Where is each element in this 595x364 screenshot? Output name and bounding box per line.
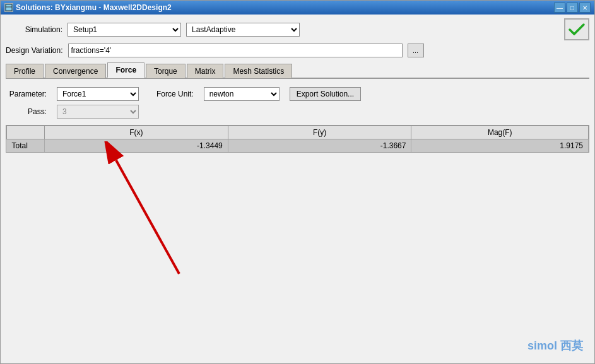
force-unit-select[interactable]: newton dyne lbf — [204, 87, 280, 101]
col-label — [7, 126, 45, 139]
simulation-label: Simulation: — [6, 25, 62, 34]
results-table: F(x) F(y) Mag(F) Total -1.3449 -1.3667 1… — [6, 126, 589, 152]
simulation-select[interactable]: Setup1 — [68, 23, 181, 37]
force-tab-content: Parameter: Force1 Force Unit: newton dyn… — [6, 82, 589, 360]
row-mag: 1.9175 — [411, 139, 589, 153]
row-fy: -1.3667 — [228, 139, 411, 153]
title-bar-buttons: — □ ✕ — [554, 3, 591, 13]
col-fy: F(y) — [228, 126, 411, 139]
tab-mesh-statistics[interactable]: Mesh Statistics — [225, 64, 292, 78]
design-variation-label: Design Variation: — [6, 46, 63, 55]
results-table-container: F(x) F(y) Mag(F) Total -1.3449 -1.3667 1… — [6, 125, 589, 153]
checkmark-button[interactable] — [564, 18, 589, 40]
table-header-row: F(x) F(y) Mag(F) — [7, 126, 589, 139]
svg-line-3 — [116, 160, 179, 274]
table-row: Total -1.3449 -1.3667 1.9175 — [7, 139, 589, 153]
adaptive-select[interactable]: LastAdaptive — [186, 23, 300, 37]
design-variation-input[interactable]: fractions='4' — [68, 44, 403, 57]
close-button[interactable]: ✕ — [579, 3, 591, 13]
col-magf: Mag(F) — [411, 126, 589, 139]
tab-force[interactable]: Force — [107, 62, 144, 78]
window-icon — [4, 3, 13, 12]
col-fx: F(x) — [45, 126, 228, 139]
red-arrow — [81, 141, 195, 280]
title-bar: Solutions: BYxiangmu - Maxwell2DDesign2 … — [1, 1, 594, 15]
parameter-select[interactable]: Force1 — [57, 87, 139, 101]
tab-torque[interactable]: Torque — [146, 64, 186, 78]
window-title: Solutions: BYxiangmu - Maxwell2DDesign2 — [16, 3, 172, 12]
ellipsis-button[interactable]: ... — [408, 44, 424, 57]
pass-label: Pass: — [6, 107, 47, 116]
pass-row: Pass: 3 — [6, 105, 589, 119]
simulation-row: Simulation: Setup1 LastAdaptive — [6, 18, 589, 40]
pass-select[interactable]: 3 — [57, 105, 139, 119]
main-content: Simulation: Setup1 LastAdaptive Design V… — [1, 15, 594, 363]
tab-profile[interactable]: Profile — [6, 64, 44, 78]
svg-rect-0 — [6, 4, 12, 11]
row-fx: -1.3449 — [45, 139, 228, 153]
tabs-container: Profile Convergence Force Torque Matrix … — [6, 62, 589, 79]
tab-convergence[interactable]: Convergence — [45, 64, 106, 78]
main-window: Solutions: BYxiangmu - Maxwell2DDesign2 … — [0, 0, 595, 364]
watermark: simol 西莫 — [527, 338, 583, 353]
export-solution-button[interactable]: Export Solution... — [290, 87, 361, 101]
maximize-button[interactable]: □ — [567, 3, 578, 13]
table-wrapper: F(x) F(y) Mag(F) Total -1.3449 -1.3667 1… — [6, 122, 589, 360]
parameter-label: Parameter: — [6, 90, 47, 98]
minimize-button[interactable]: — — [554, 3, 565, 13]
parameter-row: Parameter: Force1 Force Unit: newton dyn… — [6, 87, 589, 101]
title-bar-left: Solutions: BYxiangmu - Maxwell2DDesign2 — [4, 3, 172, 12]
design-variation-row: Design Variation: fractions='4' ... — [6, 44, 589, 57]
tab-matrix[interactable]: Matrix — [187, 64, 224, 78]
row-label: Total — [7, 139, 45, 153]
force-unit-label: Force Unit: — [156, 90, 194, 98]
